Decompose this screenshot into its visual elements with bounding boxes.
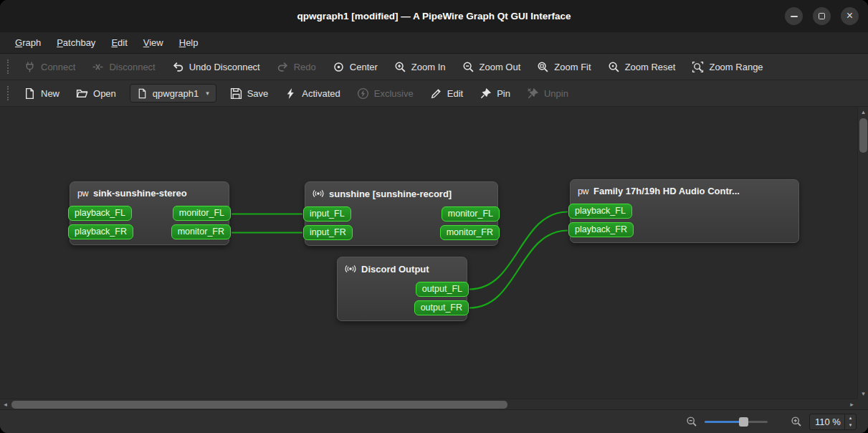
node-ports: input_FL input_FR monitor_FL monitor_FR [305,204,497,240]
output-port[interactable]: monitor_FL [173,206,231,221]
pipewire-icon: pw [578,186,588,196]
menu-patchbay[interactable]: Patchbay [50,35,102,50]
window-controls: × [785,0,859,32]
exclusive-toggle: Exclusive [350,83,421,103]
horizontal-scrollbar-thumb[interactable] [11,401,507,409]
output-port[interactable]: monitor_FR [171,224,231,239]
node-ports: playback_FL playback_FR monitor_FL monit… [70,203,229,239]
scroll-up-button[interactable]: ▴ [858,107,868,117]
scrollbar-corner [857,399,868,409]
scroll-down-button[interactable]: ▾ [858,389,868,399]
node-sunshine-record[interactable]: sunshine [sunshine-record] input_FL inpu… [305,181,498,246]
input-port[interactable]: playback_FL [68,206,132,221]
zoom-range-label: Zoom Range [709,62,763,72]
zoom-reset-icon [608,61,620,73]
zoom-out-indicator-icon [686,416,697,427]
connect-button: Connect [16,57,82,77]
undo-disconnect-button[interactable]: Undo Disconnect [165,57,267,77]
close-icon: × [846,10,853,22]
patchbay-select[interactable]: qpwgraph1 ▾ [130,84,216,103]
zoom-spin-arrows: ▴ ▾ [844,414,856,429]
vertical-scrollbar[interactable]: ▴ ▾ [857,107,868,399]
close-button[interactable]: × [841,7,859,25]
redo-icon [277,61,289,73]
zoom-reset-button[interactable]: Zoom Reset [601,57,683,77]
connect-label: Connect [41,62,75,72]
input-port[interactable]: playback_FR [568,222,634,237]
stream-icon [313,188,324,199]
undo-disconnect-label: Undo Disconnect [189,62,260,72]
node-header: pw Family 17h/19h HD Audio Contr... [571,180,798,201]
chevron-down-icon: ▾ [206,90,209,97]
zoom-spinbox[interactable]: 110 % ▴ ▾ [809,414,857,430]
new-file-icon [24,87,36,100]
vertical-scrollbar-thumb[interactable] [859,118,867,153]
input-port[interactable]: input_FL [303,206,351,222]
disconnect-label: Disconnect [109,62,155,72]
activated-toggle[interactable]: Activated [277,83,347,103]
scroll-right-button[interactable]: ▸ [846,399,857,409]
exclusive-icon [357,87,369,100]
zoom-spin-down-button[interactable]: ▾ [845,422,856,429]
pin-icon [480,87,492,100]
zoom-spin-up-button[interactable]: ▴ [845,414,856,422]
menu-edit[interactable]: Edit [105,35,133,50]
stream-icon [345,263,356,275]
unpin-icon [527,87,539,100]
zoom-slider-handle[interactable] [739,417,748,427]
minimize-button[interactable] [785,7,803,25]
zoom-value[interactable]: 110 % [810,414,844,429]
zoom-out-button[interactable]: Zoom Out [455,57,528,77]
node-discord-output[interactable]: Discord Output output_FL output_FR [337,257,467,321]
edit-button[interactable]: Edit [423,83,470,103]
maximize-button[interactable] [813,7,831,25]
graph-canvas[interactable]: pw sink-sunshine-stereo playback_FL play… [0,107,868,409]
node-title: sunshine [sunshine-record] [329,189,452,199]
edit-pencil-icon [430,87,442,100]
unpin-button: Unpin [520,83,576,103]
zoom-out-label: Zoom Out [480,62,521,72]
titlebar[interactable]: qpwgraph1 [modified] — A PipeWire Graph … [0,0,868,32]
patchbay-toolbar: New Open qpwgraph1 ▾ Save Activated Excl… [0,80,868,107]
zoom-range-button[interactable]: Zoom Range [685,57,770,77]
zoom-in-button[interactable]: Zoom In [387,57,453,77]
scroll-left-button[interactable]: ◂ [0,399,11,409]
zoom-slider[interactable] [705,417,768,427]
zoom-fit-label: Zoom Fit [554,62,591,72]
node-header: Discord Output [338,257,467,279]
open-button[interactable]: Open [69,83,123,103]
menu-view[interactable]: View [137,35,170,50]
center-button[interactable]: Center [325,57,385,77]
menu-graph[interactable]: Graph [9,35,47,50]
input-port[interactable]: input_FR [303,225,353,240]
save-icon [230,87,242,100]
undo-icon [172,61,184,73]
patchbay-select-value: qpwgraph1 [153,88,199,99]
patchbay-file-icon [137,88,148,99]
center-label: Center [350,62,378,72]
redo-label: Redo [294,62,316,72]
node-family-hd-audio[interactable]: pw Family 17h/19h HD Audio Contr... play… [570,179,799,243]
connect-icon [24,61,36,73]
input-port[interactable]: playback_FR [68,224,133,239]
output-port[interactable]: output_FL [416,282,469,297]
save-button[interactable]: Save [223,83,276,103]
menu-help[interactable]: Help [173,35,205,50]
save-label: Save [247,88,269,99]
output-port[interactable]: output_FR [414,300,469,315]
toolbar-drag-handle[interactable] [7,60,9,74]
horizontal-scrollbar[interactable]: ◂ ▸ [0,399,857,409]
output-port[interactable]: monitor_FR [440,225,500,240]
zoom-out-icon [462,61,474,73]
input-port[interactable]: playback_FL [568,204,632,219]
pin-button[interactable]: Pin [472,83,518,103]
center-icon [333,61,345,73]
node-sink-sunshine-stereo[interactable]: pw sink-sunshine-stereo playback_FL play… [70,181,229,245]
output-port[interactable]: monitor_FL [442,206,500,222]
disconnect-button: Disconnect [85,57,162,77]
toolbar-drag-handle[interactable] [7,86,9,100]
zoom-in-icon [394,61,406,73]
zoom-fit-button[interactable]: Zoom Fit [530,57,598,77]
new-button[interactable]: New [16,83,67,103]
zoom-slider-fill [705,421,743,423]
